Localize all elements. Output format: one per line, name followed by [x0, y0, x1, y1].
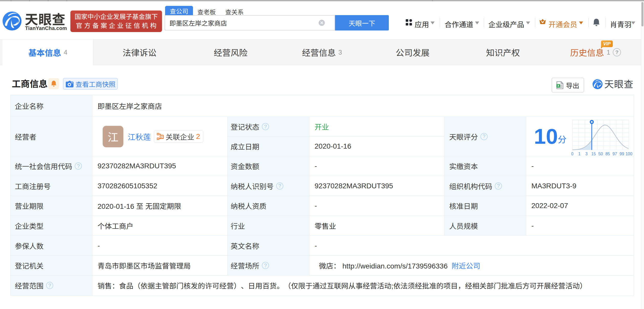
svg-text:0: 0: [571, 152, 574, 156]
svg-text:97: 97: [613, 152, 617, 156]
svg-text:99: 99: [620, 152, 624, 156]
svg-text:3: 3: [585, 152, 588, 156]
svg-text:企: 企: [160, 135, 163, 139]
svg-text:50: 50: [598, 152, 603, 156]
svg-text:100: 100: [626, 152, 632, 156]
svg-text:85: 85: [605, 152, 610, 156]
svg-text:1: 1: [578, 152, 581, 156]
svg-text:15: 15: [591, 152, 596, 156]
svg-text:X: X: [557, 84, 559, 88]
